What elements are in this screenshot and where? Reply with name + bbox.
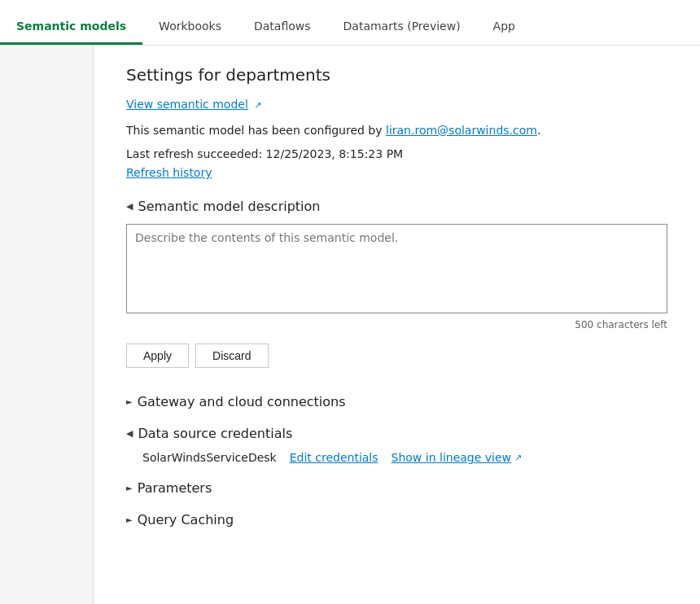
- configured-by-email[interactable]: liran.rom@solarwinds.com: [386, 124, 537, 137]
- parameters-label: Parameters: [138, 480, 212, 496]
- gateway-section: ► Gateway and cloud connections: [126, 394, 667, 409]
- lineage-view-link[interactable]: Show in lineage view: [392, 451, 511, 464]
- data-source-label: Data source credentials: [138, 426, 292, 441]
- expand-arrow-icon: ►: [126, 397, 133, 406]
- apply-button[interactable]: Apply: [126, 344, 189, 368]
- parameters-header[interactable]: ► Parameters: [126, 480, 667, 496]
- page-layout: Settings for departments View semantic m…: [0, 46, 700, 604]
- data-source-collapse-icon: ◀: [126, 428, 133, 439]
- lineage-external-icon: ↗: [514, 453, 522, 463]
- query-caching-label: Query Caching: [138, 512, 234, 527]
- parameters-expand-icon: ►: [126, 484, 133, 492]
- query-caching-header[interactable]: ► Query Caching: [126, 512, 667, 527]
- char-count: 500 characters left: [126, 319, 667, 330]
- tab-workbooks[interactable]: Workbooks: [142, 0, 238, 45]
- data-source-header[interactable]: ◀ Data source credentials: [126, 426, 667, 441]
- page-title: Settings for departments: [126, 65, 667, 85]
- last-refresh-text: Last refresh succeeded: 12/25/2023, 8:15…: [126, 146, 667, 163]
- tab-dataflows[interactable]: Dataflows: [238, 0, 327, 45]
- gateway-label: Gateway and cloud connections: [138, 394, 346, 409]
- data-source-section: ◀ Data source credentials SolarWindsServ…: [126, 426, 667, 464]
- edit-credentials-link[interactable]: Edit credentials: [290, 451, 378, 464]
- semantic-description-section: ◀ Semantic model description 500 charact…: [126, 199, 667, 368]
- semantic-description-header[interactable]: ◀ Semantic model description: [126, 199, 667, 214]
- discard-button[interactable]: Discard: [195, 344, 268, 368]
- tab-app[interactable]: App: [477, 0, 532, 45]
- data-source-row: SolarWindsServiceDesk Edit credentials S…: [142, 451, 667, 464]
- main-content: Settings for departments View semantic m…: [94, 46, 700, 604]
- tab-semantic-models[interactable]: Semantic models: [0, 0, 142, 45]
- data-source-name: SolarWindsServiceDesk: [142, 451, 277, 464]
- external-link-icon: ↗: [254, 100, 261, 111]
- top-navigation: Semantic models Workbooks Dataflows Data…: [0, 0, 700, 46]
- description-textarea[interactable]: [126, 224, 667, 313]
- collapse-arrow-icon: ◀: [126, 201, 133, 212]
- refresh-history-link[interactable]: Refresh history: [126, 166, 667, 179]
- sidebar: [0, 46, 94, 604]
- configured-by-text: This semantic model has been configured …: [126, 122, 667, 139]
- query-caching-section: ► Query Caching: [126, 512, 667, 527]
- query-caching-expand-icon: ►: [126, 515, 133, 524]
- gateway-header[interactable]: ► Gateway and cloud connections: [126, 394, 667, 409]
- tab-datamarts[interactable]: Datamarts (Preview): [327, 0, 477, 45]
- action-buttons: Apply Discard: [126, 344, 667, 368]
- view-semantic-model-link[interactable]: View semantic model: [126, 98, 248, 111]
- parameters-section: ► Parameters: [126, 480, 667, 496]
- semantic-description-label: Semantic model description: [138, 199, 320, 214]
